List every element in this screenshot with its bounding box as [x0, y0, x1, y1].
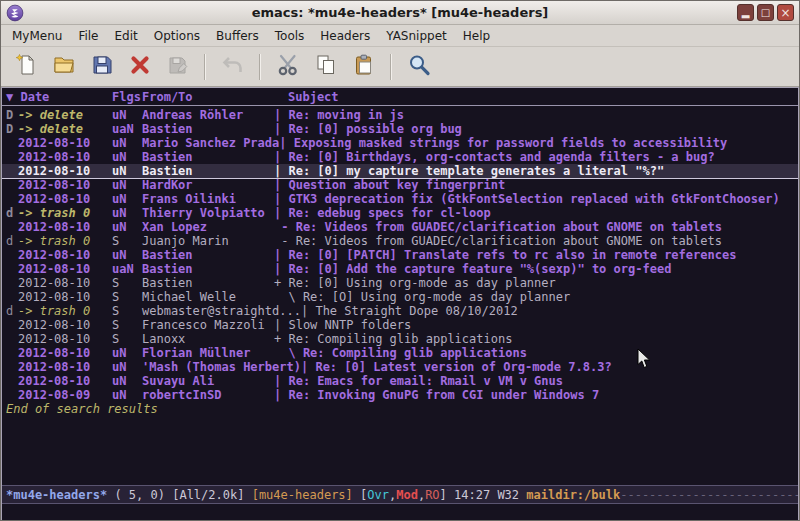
message-prefix: [6, 164, 18, 178]
menu-item-file[interactable]: File: [70, 27, 106, 45]
end-of-results-text: End of search results: [2, 402, 798, 416]
message-row[interactable]: d-> trash 0SJuanjo Marin - Re: Videos fr…: [2, 234, 798, 248]
message-row[interactable]: 2012-08-10SBastien+ Re: [0] Using org-mo…: [2, 276, 798, 290]
message-date: 2012-08-10: [18, 374, 112, 388]
mode-line-segment: maildir:/bulk: [526, 488, 620, 502]
mode-line[interactable]: *mu4e-headers* ( 5, 0) [All/2.0k] [mu4e-…: [2, 485, 798, 504]
mode-line-segment: [: [360, 488, 367, 502]
column-flags[interactable]: Flgs: [112, 90, 142, 104]
message-prefix: d: [6, 206, 18, 220]
minimize-button[interactable]: ▂: [737, 4, 754, 21]
toolbar-button-save[interactable]: [85, 50, 118, 83]
message-subject: | Re: edebug specs for cl-loop: [274, 206, 798, 220]
message-date: -> trash 0: [18, 206, 112, 220]
menu-item-mymenu[interactable]: MyMenu: [4, 27, 70, 45]
message-prefix: [6, 290, 18, 304]
message-date: 2012-08-09: [18, 388, 112, 402]
message-flags: uaN: [112, 262, 142, 276]
message-row[interactable]: 2012-08-10SFrancesco Mazzoli| Slow NNTP …: [2, 318, 798, 332]
message-date: 2012-08-10: [18, 164, 112, 178]
menu-item-help[interactable]: Help: [455, 27, 498, 45]
menu-item-edit[interactable]: Edit: [107, 27, 146, 45]
toolbar-button-new-file[interactable]: [9, 50, 42, 83]
message-prefix: [6, 178, 18, 192]
message-row[interactable]: D-> deleteuNAndreas Röhler| Re: moving i…: [2, 108, 798, 122]
message-prefix: [6, 332, 18, 346]
message-prefix: [6, 136, 18, 150]
close-button[interactable]: ×: [777, 4, 794, 21]
message-row[interactable]: 2012-08-10uNFlorian Müllner \ Re: Compil…: [2, 346, 798, 360]
maximize-button[interactable]: □: [757, 4, 774, 21]
message-from: webmaster@straightd...: [142, 304, 301, 318]
message-row[interactable]: 2012-08-09uNrobertcInSD| Re: Invoking Gn…: [2, 388, 798, 402]
message-row[interactable]: 2012-08-10uaNBastien| Re: [0] Add the ca…: [2, 262, 798, 276]
message-from: Andreas Röhler: [142, 108, 274, 122]
message-row[interactable]: 2012-08-10uNHardKor| Question about key …: [2, 178, 798, 192]
menu-item-tools[interactable]: Tools: [267, 27, 313, 45]
toolbar-button-copy[interactable]: [309, 50, 342, 83]
message-from: Bastien: [142, 150, 274, 164]
message-prefix: [6, 346, 18, 360]
message-subject: \ Re: [O] Using org-mode as day planner: [274, 290, 798, 304]
undo-icon: [221, 53, 245, 81]
message-flags: uN: [112, 108, 142, 122]
toolbar-button-open-folder[interactable]: [47, 50, 80, 83]
message-flags: uN: [112, 248, 142, 262]
message-from: Michael Welle: [142, 290, 274, 304]
message-subject: | Re: [0] Latest version of Org-mode 7.8…: [301, 360, 798, 374]
mode-line-segment: [mu4e-headers]: [252, 488, 360, 502]
message-row[interactable]: d-> trash 0Swebmaster@straightd...| The …: [2, 304, 798, 318]
window-controls: ▂ □ ×: [737, 4, 794, 21]
message-date: 2012-08-10: [18, 290, 112, 304]
message-flags: uN: [112, 150, 142, 164]
message-flags: uN: [112, 388, 142, 402]
toolbar-button-kill-buffer[interactable]: [123, 50, 156, 83]
message-row[interactable]: 2012-08-10uNMario Sanchez Prada| Exposin…: [2, 136, 798, 150]
message-from: Suvayu Ali: [142, 374, 274, 388]
toolbar-button-cut[interactable]: [271, 50, 304, 83]
message-row[interactable]: 2012-08-10uNXan Lopez - Re: Videos from …: [2, 220, 798, 234]
mode-line-segment: Ovr: [367, 488, 389, 502]
column-from[interactable]: From/To: [142, 90, 274, 104]
menu-item-headers[interactable]: Headers: [312, 27, 378, 45]
message-flags: uN: [112, 346, 142, 360]
message-from: Francesco Mazzoli: [142, 318, 274, 332]
titlebar[interactable]: emacs: *mu4e-headers* [mu4e-headers] ▂ □…: [1, 1, 799, 25]
message-from: Bastien: [142, 262, 274, 276]
message-prefix: D: [6, 108, 18, 122]
column-subject[interactable]: Subject: [274, 90, 339, 104]
message-date: -> trash 0: [18, 234, 112, 248]
message-row[interactable]: 2012-08-10SLanoxx+ Re: Compiling glib ap…: [2, 332, 798, 346]
column-date[interactable]: ▼ Date: [6, 90, 112, 104]
echo-area[interactable]: [2, 504, 798, 520]
message-row[interactable]: D-> deleteuaNBastien| Re: [0] possible o…: [2, 122, 798, 136]
menubar: MyMenuFileEditOptionsBuffersToolsHeaders…: [1, 25, 799, 47]
mode-line-segment: RO: [425, 488, 439, 502]
message-row[interactable]: 2012-08-10uNBastien| Re: [0] [PATCH] Tra…: [2, 248, 798, 262]
message-date: 2012-08-10: [18, 346, 112, 360]
toolbar-button-save-as: [161, 50, 194, 83]
copy-icon: [314, 53, 338, 81]
message-row[interactable]: d-> trash 0uNThierry Volpiatto| Re: edeb…: [2, 206, 798, 220]
close-x-icon: [128, 53, 152, 81]
message-row[interactable]: 2012-08-10uNBastien| Re: [0] my capture …: [2, 164, 798, 178]
message-flags: uN: [112, 220, 142, 234]
message-row[interactable]: 2012-08-10uNBastien| Re: [0] Birthdays, …: [2, 150, 798, 164]
message-prefix: d: [6, 234, 18, 248]
message-date: -> trash 0: [18, 304, 112, 318]
menu-item-buffers[interactable]: Buffers: [208, 27, 267, 45]
message-prefix: [6, 318, 18, 332]
message-row[interactable]: 2012-08-10uNSuvayu Ali| Re: Emacs for em…: [2, 374, 798, 388]
message-date: -> delete: [18, 108, 112, 122]
message-row[interactable]: 2012-08-10uN'Mash (Thomas Herbert)| Re: …: [2, 360, 798, 374]
message-row[interactable]: 2012-08-10SMichael Welle \ Re: [O] Using…: [2, 290, 798, 304]
toolbar-button-paste[interactable]: [347, 50, 380, 83]
mode-line-segment: *mu4e-headers*: [6, 488, 107, 502]
message-list: D-> deleteuNAndreas Röhler| Re: moving i…: [2, 106, 798, 485]
toolbar-button-search[interactable]: [402, 50, 435, 83]
message-from: Bastien: [142, 164, 274, 178]
menu-item-yasnippet[interactable]: YASnippet: [378, 27, 455, 45]
menu-item-options[interactable]: Options: [146, 27, 208, 45]
message-row[interactable]: 2012-08-10uNFrans Oilinki| GTK3 deprecat…: [2, 192, 798, 206]
message-prefix: [6, 360, 18, 374]
